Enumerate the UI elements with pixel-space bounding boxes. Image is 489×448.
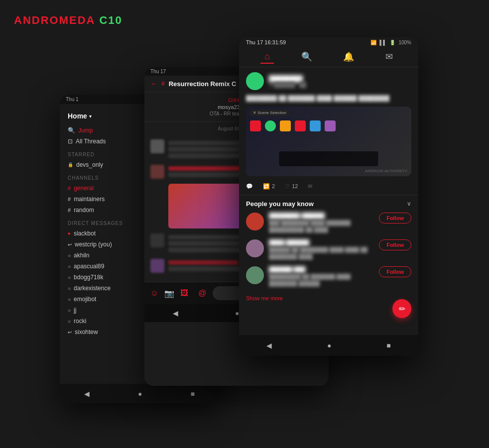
show-more-btn[interactable]: Show me more bbox=[246, 293, 411, 301]
tweet-user-row: ████████ @██████ · ██ bbox=[246, 72, 411, 90]
home-button-p1[interactable]: ● bbox=[138, 390, 142, 398]
nav-home-tab[interactable]: ⌂ bbox=[260, 50, 274, 64]
person-row-1: ████████ ██████ ███ ████████ ████ ██████… bbox=[246, 213, 411, 233]
phone1-time: Thu 1 bbox=[66, 97, 79, 102]
threads-icon: ⊡ bbox=[68, 138, 73, 145]
hash-icon: # bbox=[68, 185, 71, 191]
wifi-icon: 📶 bbox=[370, 40, 376, 45]
nav-messages-tab[interactable]: ✉ bbox=[381, 50, 397, 64]
person-row-3: ██████ ███ █████████ ██ ███████ ████ ███… bbox=[246, 266, 411, 287]
maintainers-label: maintainers bbox=[74, 196, 105, 203]
app-icon-3 bbox=[280, 120, 291, 131]
circle-icon-1: ○ bbox=[68, 253, 71, 258]
circle-icon-5: ○ bbox=[68, 297, 71, 302]
tweet-username: ████████ bbox=[269, 75, 411, 82]
emojibot-label: emojibot bbox=[74, 296, 96, 303]
tweet-handle: @██████ · ██ bbox=[269, 82, 411, 88]
bdogg-label: bdogg718k bbox=[74, 274, 103, 281]
like-action[interactable]: ♡ 12 bbox=[285, 183, 298, 190]
battery-icon: 🔋 bbox=[389, 40, 395, 45]
random-label: random bbox=[74, 207, 94, 214]
at-icon[interactable]: @ bbox=[198, 289, 206, 298]
msg-sender-3 bbox=[168, 235, 245, 239]
msg-avatar-3 bbox=[150, 233, 164, 247]
phone3-status-bar: Thu 17 16:31:59 📶 ▌▌ 🔋 100% bbox=[239, 37, 418, 47]
person-info-2: ████ ██████ ██████ ██ ████████ ████ ████… bbox=[269, 239, 374, 260]
reply-icon-tweet: 💬 bbox=[246, 183, 253, 190]
person-name-2: ████ ██████ bbox=[269, 239, 374, 245]
camera-icon[interactable]: 📷 bbox=[164, 289, 174, 298]
all-threads-label: All Threads bbox=[76, 138, 106, 145]
nav-notifications-tab[interactable]: 🔔 bbox=[339, 50, 358, 64]
app-icon-2 bbox=[265, 120, 276, 131]
apascual-label: apascual89 bbox=[74, 263, 104, 270]
person-avatar-1 bbox=[246, 213, 264, 230]
image-icon[interactable]: 🖼 bbox=[180, 289, 188, 298]
follow-button-2[interactable]: Follow bbox=[379, 239, 411, 250]
back-arrow-icon[interactable]: ← bbox=[150, 80, 157, 88]
darkexistence-label: darkexistence bbox=[74, 285, 111, 292]
circle-icon-4: ○ bbox=[68, 286, 71, 291]
person-desc-3: █████████ ██ ███████ ████ ████████ █████… bbox=[269, 273, 374, 287]
akhiln-label: akhiln bbox=[74, 252, 89, 259]
car-control-bar bbox=[279, 151, 378, 166]
bell-icon: 🔔 bbox=[343, 51, 354, 62]
compose-fab-button[interactable]: ✏ bbox=[392, 299, 411, 318]
people-you-may-know-section: People you may know ∨ ████████ ██████ ██… bbox=[239, 195, 418, 306]
app-icon-4 bbox=[295, 120, 306, 131]
emoji-icon[interactable]: ☺ bbox=[150, 289, 158, 298]
msg-avatar-2 bbox=[150, 165, 164, 179]
msg-avatar-1 bbox=[150, 139, 164, 153]
person-avatar-2 bbox=[246, 239, 264, 257]
reply-icon-2: ↩ bbox=[68, 330, 72, 335]
back-button-p3[interactable]: ◀ bbox=[266, 341, 272, 349]
reply-icon: ↩ bbox=[68, 242, 72, 247]
devs-only-label: devs_only bbox=[76, 161, 103, 168]
circle-icon-6: ○ bbox=[68, 308, 71, 313]
circle-icon-2: ○ bbox=[68, 264, 71, 269]
tweet-actions: 💬 🔁 2 ♡ 12 ✉ bbox=[246, 180, 411, 190]
recents-button-p3[interactable]: ■ bbox=[386, 341, 390, 349]
recents-button-p1[interactable]: ■ bbox=[191, 390, 195, 398]
follow-button-3[interactable]: Follow bbox=[379, 266, 411, 277]
home-button-p3[interactable]: ● bbox=[327, 341, 331, 349]
nav-search-tab[interactable]: 🔍 bbox=[297, 50, 316, 64]
phone3-time: Thu 17 16:31:59 bbox=[246, 39, 286, 45]
app-icon-5 bbox=[310, 120, 321, 131]
reply-action[interactable]: 💬 bbox=[246, 183, 253, 190]
collapse-chevron-icon[interactable]: ∨ bbox=[407, 200, 411, 207]
tweet-image-inner: ✕ Scene Selection ANDROID AUTHORITY bbox=[246, 107, 411, 176]
mail-icon: ✉ bbox=[385, 51, 393, 62]
channel-hash-icon: # bbox=[161, 80, 165, 87]
phone2-title-group: Resurrection Remix C bbox=[169, 80, 237, 88]
like-count: 12 bbox=[292, 183, 298, 189]
phone3-twitter: Thu 17 16:31:59 📶 ▌▌ 🔋 100% ⌂ 🔍 🔔 ✉ ████… bbox=[239, 37, 418, 356]
heart-icon: ♥ bbox=[68, 231, 71, 236]
share-action[interactable]: ✉ bbox=[308, 183, 312, 190]
watermark-text: ANDROID AUTHORITY bbox=[365, 169, 407, 173]
follow-button-1[interactable]: Follow bbox=[379, 213, 411, 224]
tweet-card: ████████ @██████ · ██ ████████ ██ ██████… bbox=[239, 67, 418, 195]
retweet-action[interactable]: 🔁 2 bbox=[263, 183, 275, 190]
tweet-text: ████████ ██ ███████ ████ ██████ ████████ bbox=[246, 94, 411, 103]
car-screen-icons bbox=[250, 120, 336, 131]
phone3-status-icons: 📶 ▌▌ 🔋 100% bbox=[370, 40, 411, 45]
rocki-label: rocki bbox=[74, 318, 86, 325]
phone3-bottom-nav: ◀ ● ■ bbox=[239, 335, 418, 356]
app-icon-1 bbox=[250, 120, 261, 131]
jump-label: Jump bbox=[78, 127, 93, 134]
circle-icon-3: ○ bbox=[68, 275, 71, 280]
compose-icon: ✏ bbox=[399, 304, 405, 314]
back-button-p2[interactable]: ◀ bbox=[173, 309, 178, 317]
chevron-down-icon: ▾ bbox=[89, 113, 92, 119]
jj-label: jj bbox=[74, 307, 76, 314]
search-icon: 🔍 bbox=[68, 127, 75, 134]
hash-icon-maintainers: # bbox=[68, 196, 71, 202]
people-header: People you may know ∨ bbox=[246, 200, 411, 208]
lock-icon: 🔒 bbox=[68, 162, 73, 167]
phone2-channel-title: Resurrection Remix C bbox=[169, 80, 237, 88]
car-screen-bar: ✕ Scene Selection bbox=[250, 110, 289, 116]
back-button-p1[interactable]: ◀ bbox=[84, 390, 90, 398]
phone1-bottom-nav: ◀ ● ■ bbox=[60, 384, 219, 403]
battery-percent: 100% bbox=[398, 40, 411, 45]
